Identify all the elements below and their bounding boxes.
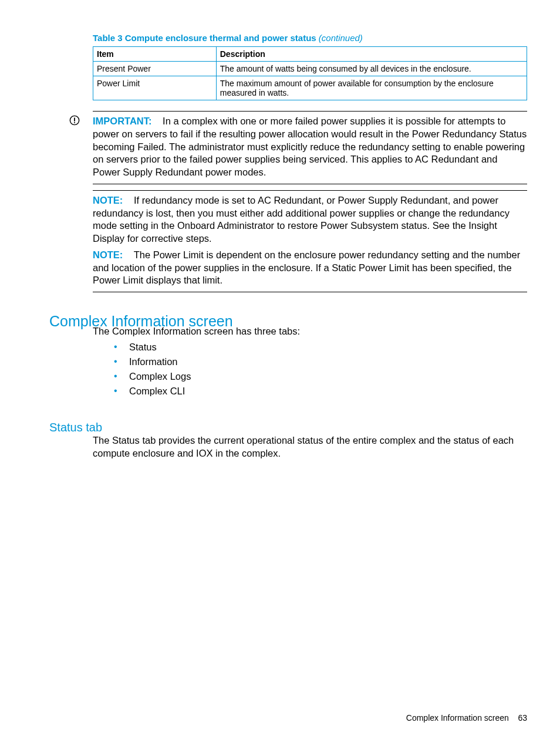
main-content: Table 3 Compute enclosure thermal and po… xyxy=(93,33,527,292)
note-label: NOTE: xyxy=(93,249,123,260)
cell-item: Power Limit xyxy=(93,76,217,100)
col-header-description: Description xyxy=(216,47,527,62)
status-tab-body: The Status tab provides the current oper… xyxy=(93,434,527,460)
note-text-1: If redundancy mode is set to AC Redundan… xyxy=(93,195,510,244)
footer-title: Complex Information screen xyxy=(406,713,509,723)
col-header-item: Item xyxy=(93,47,217,62)
svg-rect-2 xyxy=(74,122,75,123)
page-footer: Complex Information screen 63 xyxy=(406,713,527,723)
section-body: The Complex Information screen has three… xyxy=(93,325,527,400)
tab-list: Status Information Complex Logs Complex … xyxy=(114,342,527,397)
note-admonition: NOTE: If redundancy mode is set to AC Re… xyxy=(93,190,527,292)
footer-page-number: 63 xyxy=(518,713,527,723)
section-intro: The Complex Information screen has three… xyxy=(93,325,527,338)
important-label: IMPORTANT: xyxy=(93,116,152,126)
table-row: Power Limit The maximum amount of power … xyxy=(93,76,527,100)
table-header-row: Item Description xyxy=(93,47,527,62)
important-icon xyxy=(69,115,80,126)
list-item: Status xyxy=(114,342,527,353)
subsection-block: Status tab xyxy=(49,413,527,437)
power-status-table: Item Description Present Power The amoun… xyxy=(93,46,527,100)
list-item: Complex CLI xyxy=(114,386,527,397)
list-item: Information xyxy=(114,356,527,367)
cell-desc: The amount of watts being consumed by al… xyxy=(216,62,527,76)
table-caption-main: Table 3 Compute enclosure thermal and po… xyxy=(93,33,316,43)
table-caption: Table 3 Compute enclosure thermal and po… xyxy=(93,33,527,43)
note-label: NOTE: xyxy=(93,195,123,205)
status-tab-text: The Status tab provides the current oper… xyxy=(93,434,527,460)
heading-status-tab: Status tab xyxy=(49,421,527,434)
cell-desc: The maximum amount of power available fo… xyxy=(216,76,527,100)
note-text-2: The Power Limit is dependent on the encl… xyxy=(93,249,520,286)
svg-rect-1 xyxy=(74,118,75,121)
important-text: In a complex with one or more failed pow… xyxy=(93,116,527,177)
cell-item: Present Power xyxy=(93,62,217,76)
important-admonition: IMPORTANT: In a complex with one or more… xyxy=(93,111,527,184)
table-row: Present Power The amount of watts being … xyxy=(93,62,527,76)
table-caption-continued: (continued) xyxy=(319,33,363,43)
list-item: Complex Logs xyxy=(114,371,527,382)
